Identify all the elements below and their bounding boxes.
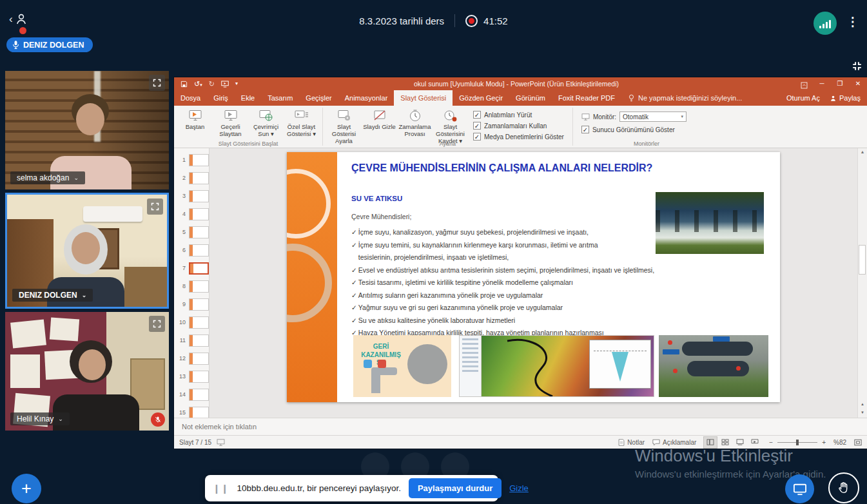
slide-thumbnail[interactable]: 6 bbox=[174, 241, 209, 259]
ribbon-tab[interactable]: Tasarım bbox=[261, 90, 299, 106]
ribbon-tab[interactable]: Slayt Gösterisi bbox=[394, 90, 453, 106]
slide-thumbnail[interactable]: 8 bbox=[174, 277, 209, 295]
vertical-scrollbar[interactable]: ▲ ▲ ▼ bbox=[857, 148, 867, 418]
ribbon-tab[interactable]: Animasyonlar bbox=[338, 90, 395, 106]
restore-presentation-button[interactable] bbox=[785, 474, 814, 503]
watershed-boundary bbox=[482, 336, 598, 397]
fit-to-window-icon[interactable] bbox=[854, 439, 862, 446]
actions-plus-button[interactable]: + bbox=[12, 474, 41, 503]
sign-in-button[interactable]: Oturum Aç bbox=[786, 94, 820, 102]
slide[interactable]: ÇEVRE MÜHENDİSLERİNİN ÇALIŞMA ALANLARI N… bbox=[287, 152, 780, 402]
webcam-name-tag[interactable]: DENIZ DOLGEN ⌄ bbox=[12, 289, 93, 302]
notes-pane[interactable]: Not eklemek için tıklatın bbox=[174, 418, 867, 435]
ribbon-tab[interactable]: Geçişler bbox=[299, 90, 338, 106]
notification-dot bbox=[19, 27, 26, 34]
restore-button[interactable]: ❐ bbox=[831, 77, 849, 90]
slide-canvas: ÇEVRE MÜHENDİSLERİNİN ÇALIŞMA ALANLARI N… bbox=[209, 148, 857, 418]
presenter-view-checkbox[interactable]: ✓ Sunucu Görünümünü Göster bbox=[581, 126, 687, 133]
webcam-name-tag[interactable]: Helil Kınay ⌄ bbox=[10, 412, 70, 425]
zoom-slider[interactable] bbox=[777, 442, 817, 443]
ribbon-group-monitors: Monitör: Otomatik ▾ ✓ Sunucu Görünümünü … bbox=[573, 106, 720, 148]
slide-thumbnail[interactable]: 12 bbox=[174, 349, 209, 367]
slide-thumbnail[interactable]: 4 bbox=[174, 205, 209, 223]
slide-thumbnail[interactable]: 5 bbox=[174, 223, 209, 241]
zoom-out-button[interactable]: − bbox=[769, 439, 773, 446]
webcam-tile-active-speaker[interactable]: DENIZ DOLGEN ⌄ bbox=[5, 193, 169, 309]
ribbon-checkbox[interactable]: ✓ Anlatımları Yürüt bbox=[473, 111, 564, 119]
connection-status-button[interactable] bbox=[813, 12, 837, 35]
slide-thumbnail[interactable]: 2 bbox=[174, 169, 209, 187]
ribbon-tab[interactable]: Görünüm bbox=[509, 90, 552, 106]
slide-thumbnail[interactable]: 10 bbox=[174, 313, 209, 331]
slide-thumbnail[interactable]: 1 bbox=[174, 151, 209, 169]
next-slide-button[interactable]: ▼ bbox=[861, 411, 864, 414]
slide-thumbnail-panel: 1 2 3 4 5 6 7 8 bbox=[174, 148, 209, 418]
slide-thumbnail-preview bbox=[189, 226, 209, 238]
webcam-tile[interactable]: Helil Kınay ⌄ bbox=[5, 312, 169, 431]
slide-thumbnail[interactable]: 7 bbox=[174, 259, 209, 277]
minimize-button[interactable]: ─ bbox=[813, 77, 831, 90]
ribbon-tab[interactable]: Gözden Geçir bbox=[453, 90, 509, 106]
record-icon bbox=[465, 15, 478, 27]
save-icon[interactable] bbox=[180, 81, 188, 88]
ribbon-tab[interactable]: Ekle bbox=[235, 90, 261, 106]
slide-thumbnail[interactable]: 14 bbox=[174, 385, 209, 403]
hide-slide-button[interactable]: Slaydı Gizle bbox=[362, 108, 397, 140]
start-slideshow-icon[interactable] bbox=[221, 81, 229, 88]
ribbon-checkbox[interactable]: ✓ Zamanlamaları Kullan bbox=[473, 122, 564, 130]
ribbon-checkbox[interactable]: ✓ Medya Denetimlerini Göster bbox=[473, 133, 564, 141]
setup-slideshow-button[interactable]: Slayt Gösterisi Ayarla bbox=[326, 108, 362, 140]
close-button[interactable]: ✕ bbox=[849, 77, 867, 90]
monitor-dropdown[interactable]: Otomatik ▾ bbox=[619, 111, 687, 122]
record-slideshow-button[interactable]: Slayt Gösterisini Kaydet ▾ bbox=[433, 108, 468, 140]
slide-intro-text: Çevre Mühendisleri; bbox=[351, 213, 411, 220]
webcam-name-tag[interactable]: selma akdoğan ⌄ bbox=[10, 171, 85, 184]
webcam-fullscreen-button[interactable] bbox=[147, 199, 163, 215]
previous-slide-button[interactable]: ▲ bbox=[861, 402, 864, 406]
webcam-tile[interactable]: selma akdoğan ⌄ bbox=[5, 71, 169, 189]
talking-indicator-badge[interactable]: DENIZ DOLGEN bbox=[6, 37, 93, 52]
slide-thumbnail[interactable]: 9 bbox=[174, 295, 209, 313]
webcam-fullscreen-button[interactable] bbox=[149, 75, 165, 91]
slide-thumbnail-preview bbox=[189, 334, 209, 347]
custom-slideshow-button[interactable]: Özel Slayt Gösterisi ▾ bbox=[284, 108, 319, 140]
options-menu-button[interactable]: ⋮ bbox=[846, 14, 860, 29]
comments-toggle-button[interactable]: Açıklamalar bbox=[652, 439, 696, 446]
zoom-level[interactable]: %82 bbox=[833, 439, 846, 446]
notes-toggle-button[interactable]: Notlar bbox=[618, 439, 645, 446]
scroll-up-icon[interactable]: ▲ bbox=[858, 150, 867, 154]
slide-thumbnail[interactable]: 15 bbox=[174, 403, 209, 418]
recording-indicator[interactable]: 41:52 bbox=[465, 15, 508, 27]
microphone-icon bbox=[12, 40, 19, 50]
from-current-slide-button[interactable]: Geçerli Slayttan bbox=[213, 108, 248, 140]
ribbon-tab[interactable]: Dosya bbox=[174, 90, 207, 106]
slide-thumbnail[interactable]: 13 bbox=[174, 367, 209, 385]
hide-share-bar-link[interactable]: Gizle bbox=[509, 483, 529, 493]
scrollbar-thumb[interactable] bbox=[859, 245, 866, 275]
divider bbox=[454, 14, 455, 27]
slide-number: 10 bbox=[177, 319, 186, 325]
ribbon-display-options-button[interactable] bbox=[795, 79, 813, 89]
zoom-in-button[interactable]: + bbox=[822, 439, 826, 446]
from-beginning-button[interactable]: Baştan bbox=[177, 108, 213, 140]
minimize-presentation-button[interactable] bbox=[851, 60, 863, 72]
slide-thumbnail[interactable]: 11 bbox=[174, 331, 209, 349]
rehearse-timings-button[interactable]: Zamanlama Provası bbox=[397, 108, 433, 140]
undo-icon[interactable]: ↺▾ bbox=[194, 81, 202, 88]
display-settings-icon[interactable] bbox=[217, 439, 225, 446]
share-button[interactable]: Paylaş bbox=[830, 94, 861, 102]
dropdown-arrow-icon: ▾ bbox=[681, 114, 684, 119]
present-online-button[interactable]: Çevrimiçi Sun ▾ bbox=[248, 108, 284, 140]
webcam-fullscreen-button[interactable] bbox=[149, 316, 165, 332]
redo-icon[interactable]: ↻ bbox=[209, 81, 215, 88]
slide-thumbnail[interactable]: 3 bbox=[174, 187, 209, 205]
cross-section-chart bbox=[589, 340, 651, 389]
stop-sharing-button[interactable]: Paylaşmayı durdur bbox=[409, 478, 502, 498]
muted-mic-indicator bbox=[151, 412, 165, 427]
ppt-titlebar[interactable]: ↺▾ ↻ ▾ okul sunum [Uyumluluk Modu] - Pow… bbox=[174, 77, 867, 90]
ribbon-tab[interactable]: Foxit Reader PDF bbox=[552, 90, 621, 106]
tell-me-box[interactable]: Ne yapmak istediğinizi söyleyin... bbox=[628, 90, 742, 106]
ribbon-tab[interactable]: Giriş bbox=[207, 90, 235, 106]
zoom-slider-thumb[interactable] bbox=[796, 440, 799, 445]
raise-hand-button[interactable] bbox=[828, 472, 859, 503]
